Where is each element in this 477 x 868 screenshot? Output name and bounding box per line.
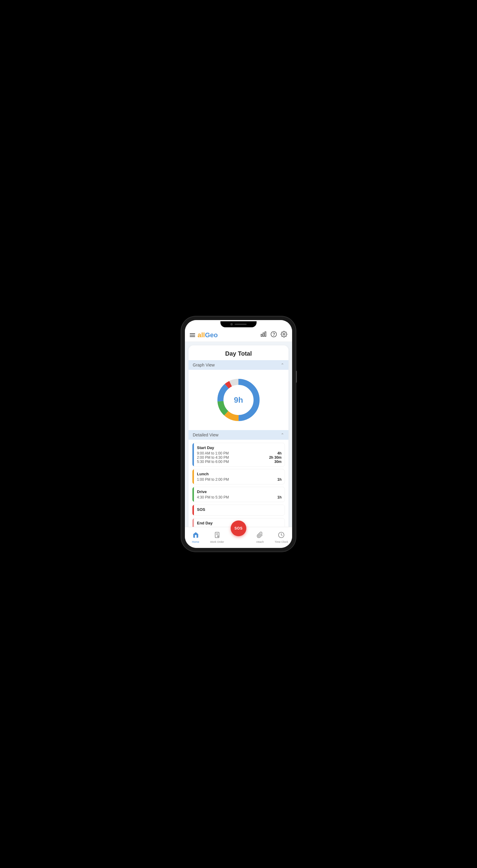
drive-title: Drive: [197, 490, 281, 494]
main-content: Day Total Graph View ⌃: [185, 342, 292, 527]
attach-label: Attach: [256, 540, 264, 544]
drive-content: Drive 4:30 PM to 5:30 PM 1h: [194, 487, 284, 502]
status-bar: [185, 320, 292, 329]
start-day-row-1: 9:00 AM to 1:00 PM 4h: [197, 451, 281, 456]
donut-center: 9h: [234, 396, 243, 405]
bottom-nav: Home Work Order SOS: [185, 527, 292, 548]
lunch-title: Lunch: [197, 472, 281, 476]
drive-dur-1: 1h: [277, 495, 281, 499]
detailed-view-toggle[interactable]: Detailed View ⌃: [189, 430, 288, 440]
day-total-card: Day Total Graph View ⌃: [189, 345, 288, 527]
help-icon[interactable]: [270, 331, 277, 339]
lunch-dur-1: 1h: [277, 477, 281, 482]
sos-button[interactable]: SOS: [231, 521, 246, 536]
donut-chart: 9h: [214, 376, 263, 424]
start-day-content: Start Day 9:00 AM to 1:00 PM 4h 2:00 PM …: [194, 443, 284, 466]
work-order-icon: [214, 532, 220, 540]
menu-button[interactable]: [190, 333, 195, 337]
work-order-label: Work Order: [210, 540, 224, 544]
start-day-time-2: 2:00 PM to 4:30 PM: [197, 456, 229, 460]
start-day-title: Start Day: [197, 445, 281, 450]
settings-icon[interactable]: [281, 331, 287, 339]
start-day-dur-3: 30m: [274, 460, 281, 464]
header-left: allGeo: [190, 331, 218, 339]
home-label: Home: [192, 540, 199, 544]
notch: [220, 321, 257, 327]
start-day-time-3: 5:30 PM to 6:00 PM: [197, 460, 229, 464]
graph-view-chart: 9h: [189, 370, 288, 430]
graph-view-label: Graph View: [193, 363, 215, 367]
lunch-content: Lunch 1:00 PM to 2:00 PM 1h: [194, 469, 284, 484]
phone-frame: allGeo: [181, 316, 296, 552]
svg-rect-2: [265, 332, 266, 337]
attach-icon: [257, 532, 263, 540]
detailed-view-label: Detailed View: [193, 433, 218, 437]
detailed-view-chevron-icon: ⌃: [281, 433, 284, 437]
list-item: Start Day 9:00 AM to 1:00 PM 4h 2:00 PM …: [192, 443, 285, 467]
list-item: SOS: [192, 504, 285, 516]
camera: [230, 323, 233, 326]
time-clock-icon: [278, 532, 284, 540]
nav-item-time-clock[interactable]: Time Clock: [271, 532, 292, 544]
lunch-time-1: 1:00 PM to 2:00 PM: [197, 477, 229, 482]
phone-screen: allGeo: [185, 320, 292, 548]
sos-title: SOS: [197, 507, 281, 512]
start-day-time-1: 9:00 AM to 1:00 PM: [197, 451, 229, 456]
graph-view-toggle[interactable]: Graph View ⌃: [189, 360, 288, 370]
list-item: Drive 4:30 PM to 5:30 PM 1h: [192, 487, 285, 502]
svg-point-5: [283, 333, 285, 335]
time-clock-label: Time Clock: [275, 540, 288, 544]
lunch-row-1: 1:00 PM to 2:00 PM 1h: [197, 477, 281, 482]
nav-item-home[interactable]: Home: [185, 532, 206, 544]
nav-item-attach[interactable]: Attach: [249, 532, 271, 544]
start-day-dur-1: 4h: [277, 451, 281, 456]
start-day-row-2: 2:00 PM to 4:30 PM 2h 30m: [197, 456, 281, 460]
volume-button: [296, 371, 297, 383]
drive-time-1: 4:30 PM to 5:30 PM: [197, 495, 229, 499]
drive-row-1: 4:30 PM to 5:30 PM 1h: [197, 495, 281, 499]
start-day-row-3: 5:30 PM to 6:00 PM 30m: [197, 460, 281, 464]
chart-icon[interactable]: [260, 331, 267, 339]
svg-rect-1: [263, 333, 264, 336]
sos-content: SOS: [194, 505, 284, 516]
app-logo: allGeo: [198, 331, 218, 339]
list-item: Lunch 1:00 PM to 2:00 PM 1h: [192, 469, 285, 484]
speaker: [235, 324, 247, 325]
day-total-title: Day Total: [189, 345, 288, 360]
graph-view-chevron-icon: ⌃: [281, 363, 284, 367]
home-icon: [193, 532, 199, 540]
svg-rect-0: [261, 334, 262, 336]
app-header: allGeo: [185, 329, 292, 342]
nav-item-work-order[interactable]: Work Order: [206, 532, 228, 544]
header-right: [260, 331, 287, 339]
start-day-dur-2: 2h 30m: [269, 456, 281, 460]
detailed-view-content: Start Day 9:00 AM to 1:00 PM 4h 2:00 PM …: [189, 440, 288, 527]
